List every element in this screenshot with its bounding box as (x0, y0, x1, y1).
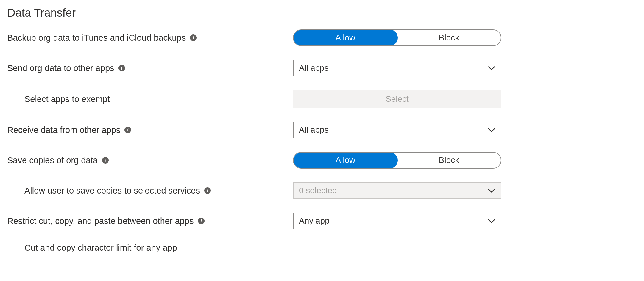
backup-label: Backup org data to iTunes and iCloud bac… (7, 33, 186, 43)
receive-dropdown[interactable]: All apps (293, 122, 501, 138)
restrict-label: Restrict cut, copy, and paste between ot… (7, 216, 194, 226)
backup-toggle-allow[interactable]: Allow (293, 29, 398, 46)
row-saveservices: Allow user to save copies to selected se… (7, 182, 637, 199)
info-icon[interactable]: i (204, 187, 211, 194)
chevron-down-icon (488, 219, 495, 223)
restrict-dropdown-value: Any app (299, 216, 330, 226)
exempt-label: Select apps to exempt (24, 94, 110, 104)
row-restrict: Restrict cut, copy, and paste between ot… (7, 213, 637, 229)
send-dropdown-value: All apps (299, 63, 329, 73)
saveservices-dropdown-value: 0 selected (299, 186, 337, 195)
savecopies-toggle-allow[interactable]: Allow (293, 152, 398, 169)
savecopies-label: Save copies of org data (7, 156, 98, 165)
row-receive: Receive data from other apps i All apps (7, 122, 637, 138)
backup-toggle-block[interactable]: Block (397, 30, 501, 45)
row-savecopies: Save copies of org data i Allow Block (7, 152, 637, 169)
section-title: Data Transfer (7, 7, 637, 19)
row-charlimit: Cut and copy character limit for any app (7, 243, 637, 253)
info-icon[interactable]: i (102, 157, 109, 164)
receive-label: Receive data from other apps (7, 125, 120, 135)
row-backup: Backup org data to iTunes and iCloud bac… (7, 29, 637, 46)
exempt-select-button: Select (293, 90, 501, 108)
savecopies-toggle-block[interactable]: Block (397, 153, 501, 168)
savecopies-toggle[interactable]: Allow Block (293, 152, 501, 169)
info-icon[interactable]: i (190, 34, 197, 41)
chevron-down-icon (488, 128, 495, 132)
exempt-select-button-label: Select (386, 94, 409, 104)
charlimit-label: Cut and copy character limit for any app (24, 243, 177, 253)
info-icon[interactable]: i (118, 65, 125, 71)
restrict-dropdown[interactable]: Any app (293, 213, 501, 229)
saveservices-label: Allow user to save copies to selected se… (24, 186, 200, 196)
send-dropdown[interactable]: All apps (293, 60, 501, 76)
row-send: Send org data to other apps i All apps (7, 60, 637, 76)
chevron-down-icon (488, 188, 495, 193)
info-icon[interactable]: i (198, 218, 205, 224)
saveservices-dropdown: 0 selected (293, 182, 501, 199)
send-label: Send org data to other apps (7, 63, 114, 73)
receive-dropdown-value: All apps (299, 125, 329, 135)
row-exempt: Select apps to exempt Select (7, 90, 637, 108)
backup-toggle[interactable]: Allow Block (293, 29, 501, 46)
info-icon[interactable]: i (124, 127, 131, 133)
chevron-down-icon (488, 66, 495, 70)
